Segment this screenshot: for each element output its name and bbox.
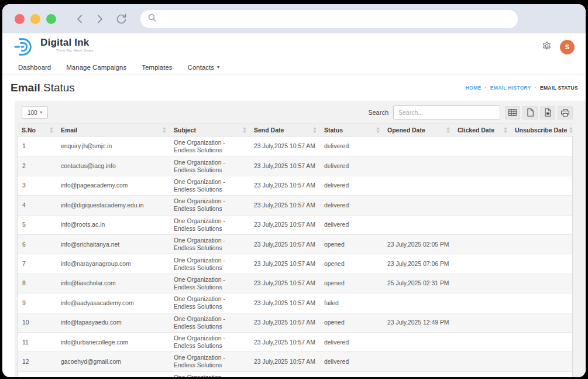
cell-subject: One Organization - Endless Solutions bbox=[169, 314, 249, 332]
cell-opened-date bbox=[383, 185, 453, 187]
zoom-window-button[interactable] bbox=[46, 14, 56, 24]
sort-icon[interactable] bbox=[163, 127, 166, 133]
cell-opened-date bbox=[383, 341, 453, 343]
brand-name: Digital Ink bbox=[40, 37, 94, 48]
cell-clicked-date bbox=[453, 204, 510, 206]
cell-send-date: 23 July,2025 10:57 AM bbox=[249, 220, 319, 230]
cell-sno: 6 bbox=[18, 240, 56, 250]
column-header-email[interactable]: Email bbox=[56, 127, 169, 134]
cell-status: delivered bbox=[319, 357, 383, 367]
table-row: 11 info@urbanecollege.com One Organizati… bbox=[18, 332, 572, 351]
file-export-icon bbox=[527, 108, 534, 117]
cell-send-date: 23 July,2025 10:57 AM bbox=[249, 376, 319, 377]
nav-item-contacts[interactable]: Contacts▾ bbox=[188, 64, 219, 71]
gear-icon[interactable] bbox=[542, 41, 552, 53]
sort-icon[interactable] bbox=[446, 127, 450, 133]
cell-unsubscribe-date bbox=[510, 185, 572, 187]
table-grid-icon bbox=[508, 109, 517, 116]
cell-status: failed bbox=[319, 298, 383, 308]
cell-email: info@roots.ac.in bbox=[56, 220, 169, 230]
cell-opened-date: 23 July,2025 07:06 PM bbox=[383, 259, 453, 269]
content-panel: 100 ▾ Search bbox=[15, 101, 586, 377]
url-bar[interactable] bbox=[140, 10, 518, 28]
forward-icon[interactable] bbox=[95, 14, 105, 24]
pdf-file-icon bbox=[545, 108, 551, 117]
cell-email: info@tiascholar.com bbox=[56, 278, 169, 288]
breadcrumb-item[interactable]: EMAIL HISTORY bbox=[490, 85, 531, 91]
title-bar: Email Status HOME · EMAIL HISTORY · EMAI… bbox=[2, 74, 586, 101]
cell-subject: One Organization - Endless Solutions bbox=[169, 196, 249, 214]
cell-email: info@ssaraswathi.com bbox=[56, 376, 169, 377]
column-header-subject[interactable]: Subject bbox=[169, 127, 249, 134]
table-search-input[interactable] bbox=[393, 105, 500, 119]
cell-clicked-date bbox=[453, 224, 510, 226]
cell-sno: 11 bbox=[18, 337, 56, 347]
user-avatar[interactable]: S bbox=[560, 40, 575, 54]
cell-opened-date bbox=[383, 224, 453, 226]
close-window-button[interactable] bbox=[15, 14, 25, 24]
cell-send-date: 23 July,2025 10:57 AM bbox=[249, 357, 319, 367]
sort-icon[interactable] bbox=[376, 127, 380, 133]
cell-email: info@pageacademy.com bbox=[56, 180, 169, 190]
breadcrumb: HOME · EMAIL HISTORY · EMAIL STATUS bbox=[466, 85, 578, 91]
column-header-clicked-date[interactable]: Clicked Date bbox=[453, 127, 510, 134]
cell-subject: One Organization - Endless Solutions bbox=[169, 353, 249, 370]
sort-icon[interactable] bbox=[313, 127, 317, 133]
url-input[interactable] bbox=[157, 15, 518, 23]
cell-send-date: 23 July,2025 10:57 AM bbox=[249, 337, 319, 347]
cell-status: delivered bbox=[319, 180, 383, 190]
table-controls: 100 ▾ Search bbox=[17, 104, 573, 121]
cell-send-date: 23 July,2025 10:57 AM bbox=[249, 317, 319, 327]
column-header-s-no[interactable]: S.No bbox=[17, 127, 56, 134]
cell-unsubscribe-date bbox=[510, 302, 572, 304]
table-header-row: S.No Email Subject Send Date Status Open… bbox=[17, 124, 573, 136]
nav-item-dashboard[interactable]: Dashboard bbox=[18, 64, 51, 71]
page-title: Email Status bbox=[11, 81, 75, 94]
browser-chrome bbox=[2, 4, 586, 33]
page-size-value: 100 bbox=[27, 110, 37, 116]
breadcrumb-separator: · bbox=[485, 85, 487, 91]
cell-subject: One Organization - Endless Solutions bbox=[169, 235, 249, 253]
table-row: 1 enquiry.jh@smjc.in One Organization - … bbox=[18, 136, 572, 156]
cell-subject: One Organization - Endless Solutions bbox=[169, 333, 249, 351]
table-body: 1 enquiry.jh@smjc.in One Organization - … bbox=[17, 136, 573, 377]
nav-item-templates[interactable]: Templates bbox=[142, 64, 172, 71]
cell-send-date: 23 July,2025 10:57 AM bbox=[249, 141, 319, 151]
cell-status: failed bbox=[319, 376, 383, 377]
column-header-send-date[interactable]: Send Date bbox=[249, 127, 319, 134]
table-row: 8 info@tiascholar.com One Organization -… bbox=[18, 274, 572, 293]
cell-send-date: 23 July,2025 10:57 AM bbox=[249, 278, 319, 288]
table-row: 4 info@digiquestacademy.edu.in One Organ… bbox=[18, 195, 572, 214]
cell-sno: 4 bbox=[18, 200, 56, 210]
cell-subject: One Organization - Endless Solutions bbox=[169, 255, 249, 273]
refresh-icon[interactable] bbox=[115, 12, 128, 26]
copy-table-button[interactable] bbox=[505, 106, 520, 119]
sort-icon[interactable] bbox=[569, 127, 573, 133]
export-pdf-button[interactable] bbox=[540, 106, 555, 119]
cell-send-date: 23 July,2025 10:57 AM bbox=[249, 180, 319, 190]
cell-email: info@narayanagroup.com bbox=[56, 259, 169, 269]
back-icon[interactable] bbox=[75, 14, 85, 24]
cell-clicked-date bbox=[453, 360, 510, 363]
export-excel-button[interactable] bbox=[522, 106, 538, 119]
cell-email: info@srichaitanya.net bbox=[56, 240, 169, 250]
cell-clicked-date bbox=[453, 243, 510, 245]
nav-item-manage-campaigns[interactable]: Manage Campaigns bbox=[66, 64, 126, 71]
cell-unsubscribe-date bbox=[510, 263, 572, 265]
column-header-status[interactable]: Status bbox=[319, 127, 383, 134]
cell-opened-date bbox=[383, 165, 453, 168]
sort-icon[interactable] bbox=[50, 127, 53, 133]
breadcrumb-separator: · bbox=[535, 85, 537, 91]
breadcrumb-item[interactable]: HOME bbox=[466, 85, 482, 91]
sort-icon[interactable] bbox=[504, 127, 507, 133]
traffic-lights bbox=[15, 14, 56, 24]
print-button[interactable] bbox=[558, 106, 573, 119]
minimize-window-button[interactable] bbox=[30, 14, 40, 24]
page-size-select[interactable]: 100 ▾ bbox=[22, 106, 48, 119]
cell-unsubscribe-date bbox=[510, 282, 572, 285]
column-header-unsubscribe-date[interactable]: Unsubscribe Date bbox=[510, 127, 573, 134]
digital-ink-logo[interactable]: Digital Ink Think Big. Work Smart. bbox=[13, 37, 94, 57]
cell-send-date: 23 July,2025 10:57 AM bbox=[249, 298, 319, 308]
column-header-opened-date[interactable]: Opened Date bbox=[383, 127, 453, 134]
sort-icon[interactable] bbox=[243, 127, 246, 133]
